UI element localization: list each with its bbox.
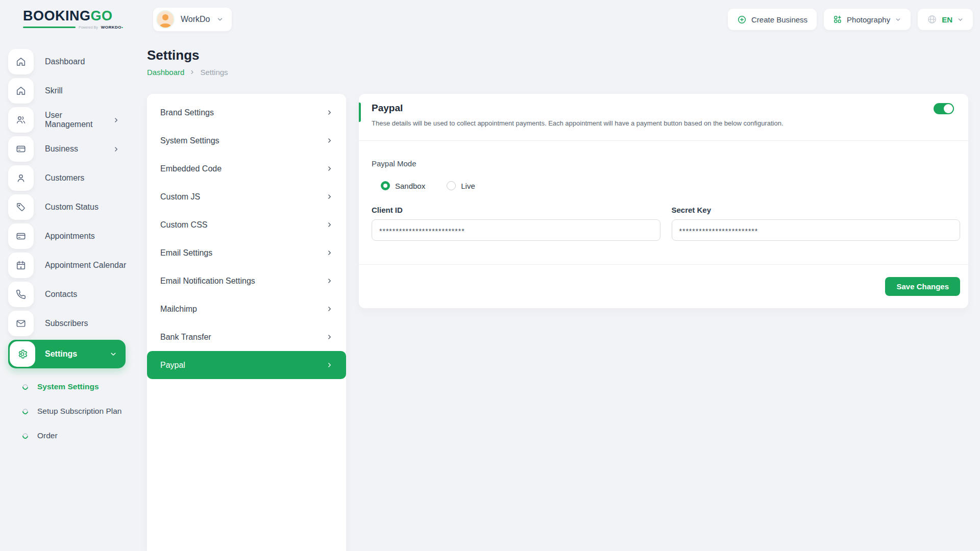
chevron-down-icon: [957, 16, 964, 23]
globe-icon: [927, 14, 937, 24]
chevron-down-icon: [895, 16, 901, 23]
mail-icon: [8, 311, 34, 336]
settings-nav-custom-js[interactable]: Custom JS: [147, 183, 346, 211]
chevron-right-icon: [189, 69, 195, 75]
logo-primary: BOOKING: [23, 8, 91, 23]
page-title: Settings: [147, 47, 980, 63]
phone-icon: [8, 282, 34, 307]
credit-card-icon: [8, 136, 34, 162]
chevron-right-icon: [326, 334, 333, 340]
chevron-right-icon: [326, 221, 333, 228]
save-changes-button[interactable]: Save Changes: [885, 277, 960, 296]
powered-by-brand: WORKDO•: [101, 25, 124, 30]
sidebar-item-contacts[interactable]: Contacts: [8, 282, 143, 307]
home-icon: [8, 78, 34, 104]
paypal-panel-footer: Save Changes: [359, 265, 968, 308]
business-type-label: Photography: [847, 15, 890, 24]
radio-live[interactable]: Live: [447, 181, 475, 190]
chevron-right-icon: [326, 306, 333, 312]
radio-sandbox[interactable]: Sandbox: [381, 181, 425, 190]
language-dropdown[interactable]: EN: [918, 9, 973, 30]
sidebar: Dashboard Skrill User Management Busines…: [0, 39, 143, 551]
chevron-right-icon: [326, 109, 333, 116]
chevron-right-icon: [326, 193, 333, 200]
panel-description: These details will be used to collect ap…: [372, 119, 954, 127]
create-business-label: Create Business: [751, 15, 807, 24]
settings-nav-bank-transfer[interactable]: Bank Transfer: [147, 323, 346, 351]
logo-accent: GO: [91, 8, 113, 23]
settings-nav-custom-css[interactable]: Custom CSS: [147, 211, 346, 239]
sidebar-item-customers[interactable]: Customers: [8, 165, 143, 191]
breadcrumb: Dashboard Settings: [147, 68, 980, 77]
sidebar-item-skrill[interactable]: Skrill: [8, 78, 143, 104]
plus-circle-icon: [737, 15, 747, 24]
workspace-dropdown[interactable]: WorkDo: [153, 8, 232, 31]
sidebar-subitem-order[interactable]: Order: [22, 428, 143, 443]
topbar: BOOKINGGO Powered By WORKDO• WorkDo Crea…: [0, 0, 980, 39]
credentials-row: Client ID Secret Key: [372, 206, 960, 241]
sidebar-item-appointments[interactable]: Appointments: [8, 223, 143, 249]
home-icon: [8, 49, 34, 74]
settings-nav-embedded-code[interactable]: Embedded Code: [147, 155, 346, 183]
sidebar-subitem-system-settings[interactable]: System Settings: [22, 379, 143, 394]
logo-text: BOOKINGGO: [23, 9, 147, 23]
workspace-label: WorkDo: [181, 15, 210, 24]
chevron-right-icon: [326, 137, 333, 144]
bullet-icon: [21, 407, 29, 415]
sidebar-item-settings[interactable]: Settings: [8, 340, 126, 368]
secret-key-label: Secret Key: [672, 206, 961, 214]
create-business-button[interactable]: Create Business: [728, 9, 817, 30]
settings-nav-card: Brand Settings System Settings Embedded …: [147, 94, 346, 551]
chevron-down-icon: [216, 16, 224, 23]
sidebar-item-dashboard[interactable]: Dashboard: [8, 49, 143, 74]
user-icon: [8, 165, 34, 191]
sidebar-item-custom-status[interactable]: Custom Status: [8, 194, 143, 220]
business-type-dropdown[interactable]: Photography: [824, 9, 911, 30]
client-id-label: Client ID: [372, 206, 660, 214]
chevron-right-icon: [326, 249, 333, 256]
bullet-icon: [21, 432, 29, 439]
calendar-icon: [8, 253, 34, 278]
settings-nav-email-notification-settings[interactable]: Email Notification Settings: [147, 267, 346, 295]
paypal-panel-body: Paypal Mode Sandbox Live Client ID: [359, 141, 968, 264]
avatar: [156, 10, 175, 29]
client-id-input[interactable]: [372, 219, 660, 241]
paypal-panel: Paypal These details will be used to col…: [359, 94, 968, 308]
breadcrumb-dashboard-link[interactable]: Dashboard: [147, 68, 184, 77]
breadcrumb-current: Settings: [200, 68, 228, 77]
logo-underline: [23, 27, 76, 28]
paypal-enabled-toggle[interactable]: [934, 103, 954, 114]
gear-icon: [10, 341, 35, 367]
main-content: Settings Dashboard Settings Brand Settin…: [147, 39, 980, 551]
chevron-right-icon: [326, 278, 333, 284]
radio-checked-icon: [381, 181, 390, 190]
bullet-icon: [21, 383, 29, 390]
settings-nav-system-settings[interactable]: System Settings: [147, 127, 346, 155]
tag-icon: [8, 194, 34, 220]
sidebar-item-business[interactable]: Business: [8, 136, 143, 162]
sidebar-item-appointment-calendar[interactable]: Appointment Calendar: [8, 253, 143, 278]
category-grid-icon: [833, 15, 842, 24]
settings-nav-mailchimp[interactable]: Mailchimp: [147, 295, 346, 323]
powered-by-label: Powered By: [79, 26, 98, 29]
settings-nav-paypal[interactable]: Paypal: [147, 351, 346, 379]
settings-nav-brand-settings[interactable]: Brand Settings: [147, 98, 346, 127]
toggle-knob: [944, 104, 953, 113]
sidebar-item-user-management[interactable]: User Management: [8, 107, 143, 133]
credit-card-icon: [8, 223, 34, 249]
settings-nav-email-settings[interactable]: Email Settings: [147, 239, 346, 267]
sidebar-item-subscribers[interactable]: Subscribers: [8, 311, 143, 336]
chevron-right-icon: [326, 362, 333, 368]
paypal-panel-header: Paypal These details will be used to col…: [359, 94, 968, 140]
logo-powered-by: Powered By WORKDO•: [23, 25, 147, 30]
sidebar-subitem-setup-subscription-plan[interactable]: Setup Subscription Plan: [22, 404, 143, 419]
language-label: EN: [942, 15, 952, 24]
chevron-right-icon: [113, 146, 119, 153]
panel-title: Paypal: [372, 103, 954, 114]
radio-unchecked-icon: [447, 181, 456, 190]
secret-key-input[interactable]: [672, 219, 961, 241]
chevron-down-icon: [110, 350, 117, 358]
chevron-right-icon: [326, 165, 333, 172]
topbar-actions: Create Business Photography EN: [728, 9, 973, 30]
client-id-field-group: Client ID: [372, 206, 660, 241]
